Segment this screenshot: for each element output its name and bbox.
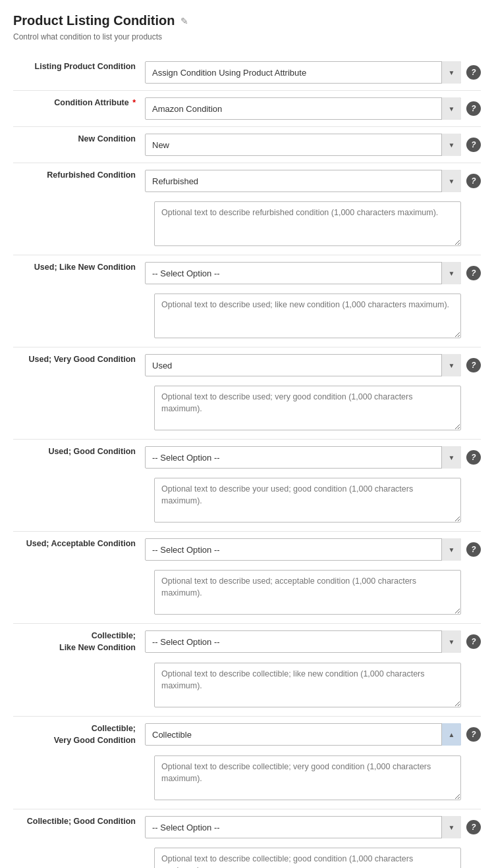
label-collectible-good-condition: Collectible; Good Condition	[13, 816, 145, 828]
help-icon-collectible-very-good-condition[interactable]: ?	[466, 727, 481, 742]
page-subtitle: Control what condition to list your prod…	[13, 32, 481, 41]
textarea-refurbished-condition[interactable]	[154, 201, 461, 246]
form-row-used-like-new-condition: Used; Like New Condition-- Select Option…	[13, 255, 481, 347]
control-col-new-condition: New▼?	[145, 134, 481, 156]
label-used-like-new-condition: Used; Like New Condition	[13, 262, 145, 274]
form-row-refurbished-condition: Refurbished ConditionRefurbished▼?	[13, 163, 481, 255]
select-wrapper-collectible-very-good-condition: Collectible▲	[145, 723, 461, 746]
textarea-row-collectible-very-good-condition	[13, 753, 481, 809]
row-main-used-very-good-condition: Used; Very Good ConditionUsed▼?	[13, 347, 481, 383]
label-condition-attribute: Condition Attribute *	[13, 97, 145, 109]
page-title: Product Listing Condition	[13, 13, 175, 28]
form-row-collectible-very-good-condition: Collectible;Very Good ConditionCollectib…	[13, 717, 481, 809]
textarea-row-collectible-good-condition	[13, 845, 481, 868]
help-icon-refurbished-condition[interactable]: ?	[466, 174, 481, 188]
control-col-used-acceptable-condition: -- Select Option --▼?	[145, 538, 481, 561]
select-wrapper-collectible-good-condition: -- Select Option --▼	[145, 816, 461, 838]
select-used-good-condition[interactable]: -- Select Option --	[145, 446, 461, 469]
textarea-row-used-good-condition	[13, 475, 481, 531]
textarea-row-collectible-like-new-condition	[13, 660, 481, 716]
form-container: Listing Product ConditionAssign Conditio…	[13, 55, 481, 868]
required-indicator: *	[130, 98, 136, 107]
label-listing-product-condition: Listing Product Condition	[13, 61, 145, 73]
control-col-used-very-good-condition: Used▼?	[145, 354, 481, 376]
help-icon-collectible-like-new-condition[interactable]: ?	[466, 634, 481, 649]
textarea-row-used-very-good-condition	[13, 383, 481, 439]
select-wrapper-collectible-like-new-condition: -- Select Option --▼	[145, 630, 461, 653]
row-main-used-acceptable-condition: Used; Acceptable Condition-- Select Opti…	[13, 532, 481, 567]
select-collectible-very-good-condition[interactable]: Collectible	[145, 723, 461, 746]
select-wrapper-used-good-condition: -- Select Option --▼	[145, 446, 461, 469]
row-main-collectible-very-good-condition: Collectible;Very Good ConditionCollectib…	[13, 717, 481, 753]
select-wrapper-listing-product-condition: Assign Condition Using Product Attribute…	[145, 61, 461, 84]
textarea-row-used-like-new-condition	[13, 291, 481, 347]
label-used-acceptable-condition: Used; Acceptable Condition	[13, 538, 145, 550]
form-row-used-acceptable-condition: Used; Acceptable Condition-- Select Opti…	[13, 532, 481, 624]
form-row-new-condition: New ConditionNew▼?	[13, 127, 481, 163]
label-used-good-condition: Used; Good Condition	[13, 446, 145, 458]
select-listing-product-condition[interactable]: Assign Condition Using Product Attribute	[145, 61, 461, 84]
textarea-row-refurbished-condition	[13, 199, 481, 255]
select-used-very-good-condition[interactable]: Used	[145, 354, 461, 376]
textarea-row-used-acceptable-condition	[13, 567, 481, 623]
help-icon-listing-product-condition[interactable]: ?	[466, 65, 481, 80]
textarea-collectible-like-new-condition[interactable]	[154, 663, 461, 707]
select-refurbished-condition[interactable]: Refurbished	[145, 170, 461, 192]
select-collectible-good-condition[interactable]: -- Select Option --	[145, 816, 461, 838]
label-new-condition: New Condition	[13, 134, 145, 145]
row-main-refurbished-condition: Refurbished ConditionRefurbished▼?	[13, 163, 481, 199]
select-wrapper-refurbished-condition: Refurbished▼	[145, 170, 461, 192]
label-collectible-like-new-condition: Collectible;Like New Condition	[13, 630, 145, 653]
select-used-like-new-condition[interactable]: -- Select Option --	[145, 262, 461, 284]
label-used-very-good-condition: Used; Very Good Condition	[13, 354, 145, 366]
control-col-used-like-new-condition: -- Select Option --▼?	[145, 262, 481, 284]
label-collectible-very-good-condition: Collectible;Very Good Condition	[13, 723, 145, 746]
textarea-used-like-new-condition[interactable]	[154, 294, 461, 338]
row-main-condition-attribute: Condition Attribute *Amazon Condition▼?	[13, 91, 481, 126]
form-row-collectible-like-new-condition: Collectible;Like New Condition-- Select …	[13, 624, 481, 717]
row-main-collectible-good-condition: Collectible; Good Condition-- Select Opt…	[13, 809, 481, 845]
select-collectible-like-new-condition[interactable]: -- Select Option --	[145, 630, 461, 653]
select-condition-attribute[interactable]: Amazon Condition	[145, 97, 461, 120]
select-new-condition[interactable]: New	[145, 134, 461, 156]
select-wrapper-used-acceptable-condition: -- Select Option --▼	[145, 538, 461, 561]
row-main-new-condition: New ConditionNew▼?	[13, 127, 481, 163]
help-icon-used-very-good-condition[interactable]: ?	[466, 358, 481, 372]
select-wrapper-used-like-new-condition: -- Select Option --▼	[145, 262, 461, 284]
control-col-used-good-condition: -- Select Option --▼?	[145, 446, 481, 469]
select-wrapper-new-condition: New▼	[145, 134, 461, 156]
form-row-used-good-condition: Used; Good Condition-- Select Option --▼…	[13, 440, 481, 532]
row-main-used-like-new-condition: Used; Like New Condition-- Select Option…	[13, 255, 481, 291]
textarea-used-acceptable-condition[interactable]	[154, 570, 461, 615]
select-wrapper-condition-attribute: Amazon Condition▼	[145, 97, 461, 120]
control-col-collectible-good-condition: -- Select Option --▼?	[145, 816, 481, 838]
textarea-collectible-good-condition[interactable]	[154, 848, 461, 868]
form-row-used-very-good-condition: Used; Very Good ConditionUsed▼?	[13, 347, 481, 440]
control-col-listing-product-condition: Assign Condition Using Product Attribute…	[145, 61, 481, 84]
row-main-used-good-condition: Used; Good Condition-- Select Option --▼…	[13, 440, 481, 475]
control-col-refurbished-condition: Refurbished▼?	[145, 170, 481, 192]
row-main-listing-product-condition: Listing Product ConditionAssign Conditio…	[13, 55, 481, 90]
edit-icon[interactable]: ✎	[180, 16, 188, 26]
help-icon-used-acceptable-condition[interactable]: ?	[466, 542, 481, 557]
textarea-used-very-good-condition[interactable]	[154, 386, 461, 430]
form-row-collectible-good-condition: Collectible; Good Condition-- Select Opt…	[13, 809, 481, 868]
row-main-collectible-like-new-condition: Collectible;Like New Condition-- Select …	[13, 624, 481, 660]
textarea-collectible-very-good-condition[interactable]	[154, 755, 461, 800]
select-used-acceptable-condition[interactable]: -- Select Option --	[145, 538, 461, 561]
select-wrapper-used-very-good-condition: Used▼	[145, 354, 461, 376]
help-icon-collectible-good-condition[interactable]: ?	[466, 820, 481, 834]
control-col-condition-attribute: Amazon Condition▼?	[145, 97, 481, 120]
help-icon-condition-attribute[interactable]: ?	[466, 101, 481, 116]
textarea-used-good-condition[interactable]	[154, 478, 461, 523]
control-col-collectible-very-good-condition: Collectible▲?	[145, 723, 481, 746]
help-icon-used-good-condition[interactable]: ?	[466, 450, 481, 465]
control-col-collectible-like-new-condition: -- Select Option --▼?	[145, 630, 481, 653]
help-icon-used-like-new-condition[interactable]: ?	[466, 266, 481, 280]
form-row-listing-product-condition: Listing Product ConditionAssign Conditio…	[13, 55, 481, 91]
help-icon-new-condition[interactable]: ?	[466, 138, 481, 152]
label-refurbished-condition: Refurbished Condition	[13, 170, 145, 182]
form-row-condition-attribute: Condition Attribute *Amazon Condition▼?	[13, 91, 481, 127]
